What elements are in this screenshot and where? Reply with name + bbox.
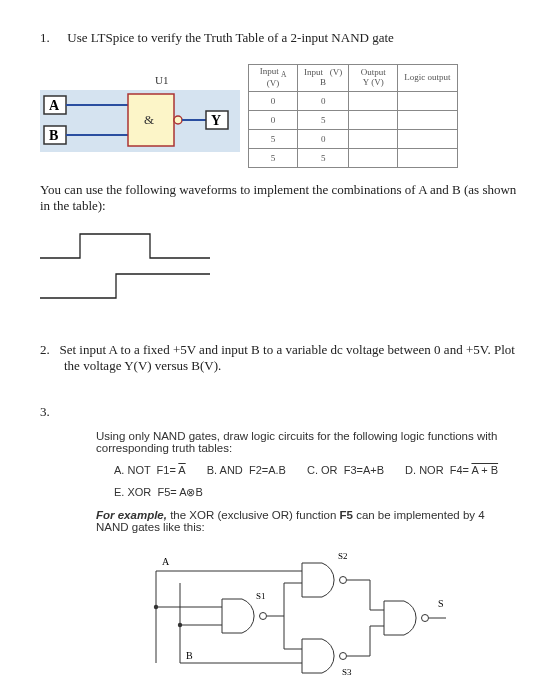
waveform-diagram xyxy=(40,228,519,312)
svg-point-21 xyxy=(340,577,347,584)
th-input-a: Input A (V) xyxy=(249,65,298,92)
question-2: 2. Set input A to a fixed +5V and input … xyxy=(64,342,519,374)
xor-label-s1: S1 xyxy=(256,591,266,601)
gate-symbol: & xyxy=(144,112,154,127)
question-3: 3. Using only NAND gates, draw logic cir… xyxy=(40,404,519,685)
func-or: C. OR F3=A+B xyxy=(307,464,384,476)
function-list-2: E. XOR F5= A⊗B xyxy=(114,486,519,499)
func-not: A. NOT F1= A xyxy=(114,464,186,476)
xor-label-s3: S3 xyxy=(342,667,352,677)
q1-text: Use LTSpice to verify the Truth Table of… xyxy=(67,30,394,45)
gate-input-a: A xyxy=(49,98,60,113)
q3-number: 3. xyxy=(40,404,64,420)
gate-output-y: Y xyxy=(211,113,221,128)
svg-point-15 xyxy=(154,605,158,609)
th-logic-output: Logic output xyxy=(398,65,457,92)
svg-point-6 xyxy=(174,116,182,124)
q3-intro: Using only NAND gates, draw logic circui… xyxy=(96,430,519,454)
svg-point-17 xyxy=(260,613,267,620)
table-row: 5 5 xyxy=(249,148,458,167)
xor-circuit-diagram: A B S1 S2 xyxy=(126,543,519,685)
gate-input-b: B xyxy=(49,128,58,143)
function-list: A. NOT F1= A B. AND F2=A.B C. OR F3=A+B … xyxy=(114,464,519,476)
xor-example-text: For example, the XOR (exclusive OR) func… xyxy=(96,509,519,533)
truth-table: Input A (V) Input (V) B Output Y (V) Log… xyxy=(248,64,458,168)
q1-number: 1. xyxy=(40,30,64,46)
th-output-y: Output Y (V) xyxy=(349,65,398,92)
func-and: B. AND F2=A.B xyxy=(207,464,286,476)
q2-number: 2. xyxy=(40,342,50,357)
xor-label-b: B xyxy=(186,650,193,661)
q1-figure-row: U1 A B & Y Input A (V) Input xyxy=(40,64,519,168)
xor-label-s2: S2 xyxy=(338,551,348,561)
func-xor: E. XOR F5= A⊗B xyxy=(114,486,203,499)
th-input-b: Input (V) B xyxy=(298,65,349,92)
svg-point-23 xyxy=(340,653,347,660)
nand-gate-diagram: U1 A B & Y xyxy=(40,64,240,168)
q2-text: Set input A to a fixed +5V and input B t… xyxy=(60,342,515,373)
func-nor: D. NOR F4= A + B xyxy=(405,464,498,476)
table-row: 0 0 xyxy=(249,91,458,110)
xor-label-s: S xyxy=(438,598,444,609)
svg-point-30 xyxy=(422,615,429,622)
question-1: 1. Use LTSpice to verify the Truth Table… xyxy=(40,30,519,46)
xor-label-a: A xyxy=(162,556,170,567)
gate-label-u1: U1 xyxy=(155,74,168,86)
svg-point-16 xyxy=(178,623,182,627)
table-row: 0 5 xyxy=(249,110,458,129)
table-row: 5 0 xyxy=(249,129,458,148)
waveform-intro-text: You can use the following waveforms to i… xyxy=(40,182,519,214)
